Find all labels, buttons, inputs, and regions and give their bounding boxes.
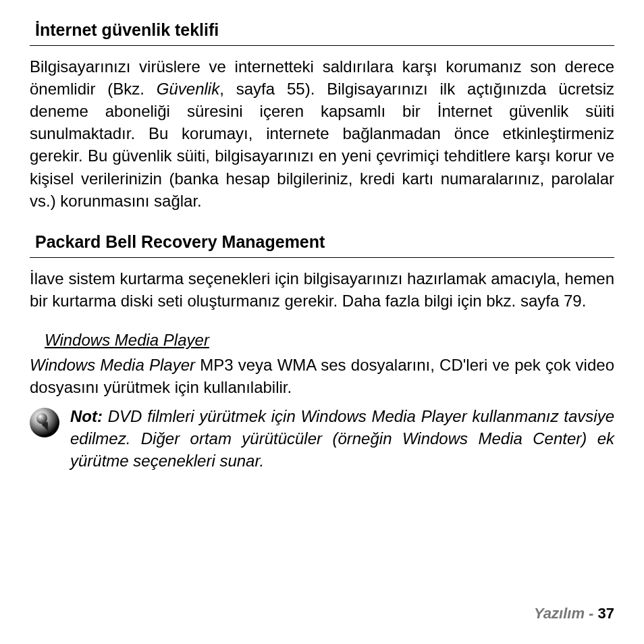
heading-recovery-management: Packard Bell Recovery Management bbox=[30, 232, 614, 258]
paragraph-internet-security: Bilgisayarınızı virüslere ve internettek… bbox=[30, 55, 614, 212]
page-footer: Yazılım - 37 bbox=[534, 605, 614, 622]
wmp-emphasis: Windows Media Player bbox=[30, 356, 195, 374]
text-segment: , sayfa 55). Bilgisayarınızı ilk açtığın… bbox=[30, 80, 614, 210]
paragraph-wmp: Windows Media Player MP3 veya WMA ses do… bbox=[30, 354, 614, 398]
document-page: İnternet güvenlik teklifi Bilgisayarınız… bbox=[0, 0, 644, 644]
reference-italic: Güvenlik bbox=[157, 80, 219, 98]
heading-internet-security: İnternet güvenlik teklifi bbox=[30, 20, 614, 46]
subheading-wmp: Windows Media Player bbox=[30, 331, 614, 350]
note-block: Not: DVD filmleri yürütmek için Windows … bbox=[30, 405, 614, 472]
footer-section-label: Yazılım - bbox=[534, 605, 598, 622]
pushpin-icon bbox=[30, 408, 59, 437]
note-text: Not: DVD filmleri yürütmek için Windows … bbox=[70, 405, 614, 472]
note-body: DVD filmleri yürütmek için Windows Media… bbox=[70, 407, 614, 470]
paragraph-recovery-management: İlave sistem kurtarma seçenekleri için b… bbox=[30, 267, 614, 312]
footer-page-number: 37 bbox=[598, 605, 614, 622]
note-label: Not: bbox=[70, 407, 103, 425]
